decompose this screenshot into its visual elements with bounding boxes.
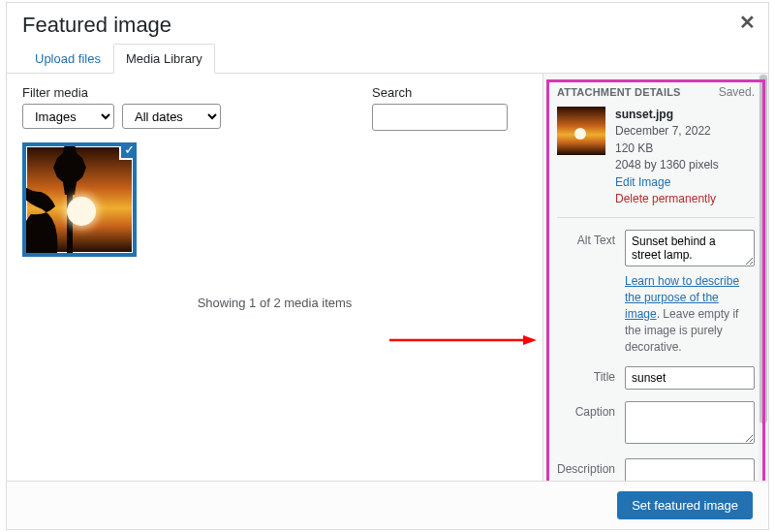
description-field: Description [557,458,755,481]
attachment-fields: Alt Text Sunset behind a street lamp. Le… [557,217,755,481]
attachment-thumbnail [557,107,605,155]
search-input[interactable] [372,104,508,131]
vertical-scrollbar[interactable] [759,75,768,483]
attachment-details-header: ATTACHMENT DETAILS Saved. [557,85,755,99]
alt-text-label: Alt Text [557,230,615,247]
media-thumbnails: ✓ [22,142,527,257]
filter-media-select[interactable]: Images [22,104,114,129]
attachment-meta: sunset.jpg December 7, 2022 120 KB 2048 … [615,107,719,207]
search-group: Search [372,85,508,131]
caption-field: Caption [557,401,755,447]
filter-date-select[interactable]: All dates [122,104,221,129]
modal-header: Featured image ✕ [7,3,768,44]
edit-image-link[interactable]: Edit Image [615,174,719,191]
attachment-size: 120 KB [615,141,719,157]
modal-body: Filter media Images All dates Search [7,74,768,481]
title-field: Title [557,366,755,390]
search-label: Search [372,85,508,100]
selected-check-icon: ✓ [119,142,137,160]
modal-title: Featured image [22,13,753,38]
alt-text-input[interactable]: Sunset behind a street lamp. [625,230,755,266]
description-input[interactable] [625,458,755,481]
attachment-date: December 7, 2022 [615,123,719,140]
attachment-info: sunset.jpg December 7, 2022 120 KB 2048 … [557,107,755,207]
filter-media-group: Filter media Images All dates [22,85,221,131]
alt-text-helper: Learn how to describe the purpose of the… [625,273,755,355]
saved-status: Saved. [719,85,755,99]
media-tabs: Upload files Media Library [7,44,768,74]
caption-input[interactable] [625,401,755,444]
caption-label: Caption [557,401,615,419]
title-label: Title [557,366,615,384]
attachment-dimensions: 2048 by 1360 pixels [615,157,719,173]
featured-image-modal: Featured image ✕ Upload files Media Libr… [6,2,769,530]
delete-permanently-link[interactable]: Delete permanently [615,191,719,207]
media-library-panel: Filter media Images All dates Search [7,74,542,481]
description-label: Description [557,458,615,476]
filter-media-label: Filter media [22,85,221,100]
close-button[interactable]: ✕ [735,11,759,34]
title-input[interactable] [625,366,755,390]
sun-shape [67,197,96,226]
attachment-details-panel: ATTACHMENT DETAILS Saved. sunset.jpg Dec… [542,74,768,481]
filter-bar: Filter media Images All dates Search [22,85,527,131]
scrollbar-thumb[interactable] [760,75,767,423]
media-thumbnail-selected[interactable]: ✓ [22,142,137,257]
svg-marker-1 [523,335,537,345]
tab-upload-files[interactable]: Upload files [22,44,113,73]
attachment-filename: sunset.jpg [615,107,719,123]
attachment-details-heading: ATTACHMENT DETAILS [557,86,681,98]
callout-arrow [389,335,537,345]
modal-footer: Set featured image [7,481,768,529]
alt-text-field: Alt Text Sunset behind a street lamp. Le… [557,230,755,355]
set-featured-image-button[interactable]: Set featured image [617,491,753,519]
tab-media-library[interactable]: Media Library [113,44,215,74]
lamp-silhouette [22,142,104,257]
media-count-status: Showing 1 of 2 media items [22,296,527,310]
